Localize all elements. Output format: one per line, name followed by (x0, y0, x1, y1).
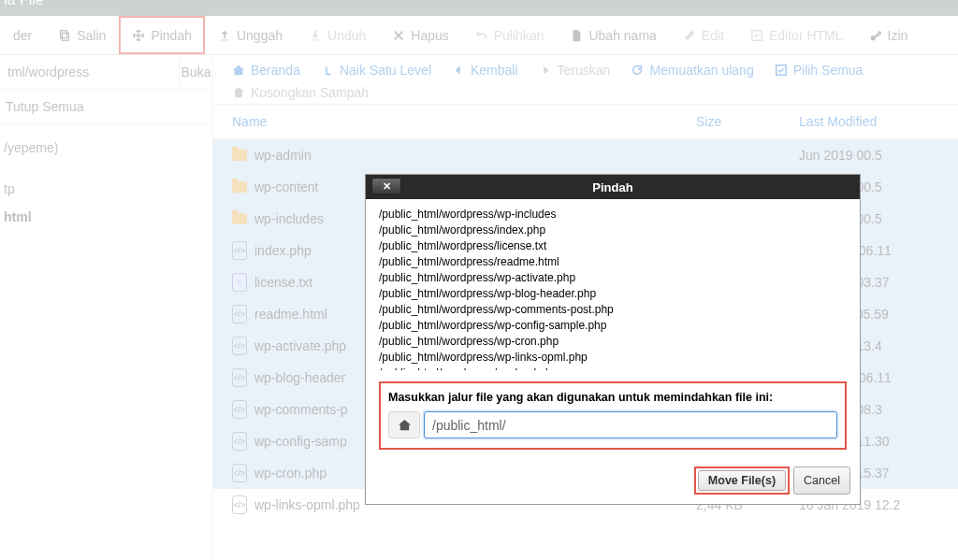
select-all-button[interactable]: Pilih Semua (775, 63, 864, 78)
restore-button[interactable]: Pulihkan (462, 16, 558, 54)
copy-icon (58, 29, 71, 42)
key-icon (869, 29, 882, 42)
trash-icon (232, 86, 245, 99)
move-files-button[interactable]: Move File(s) (698, 470, 786, 491)
cancel-button[interactable]: Cancel (793, 467, 850, 495)
code-file-icon: </> (232, 368, 247, 387)
copy-button[interactable]: Salin (45, 16, 119, 54)
dialog-title: ✕ Pindah (366, 175, 860, 199)
table-header: Name Size Last Modified (213, 105, 958, 139)
reload-button[interactable]: Memuatkan ulang (631, 63, 753, 78)
move-icon (132, 29, 145, 42)
home-icon (398, 418, 412, 432)
window-title: la File (0, 0, 958, 16)
html-editor-button[interactable]: Editor HTML (737, 16, 856, 54)
svg-rect-1 (61, 30, 67, 37)
edit-button[interactable]: Edit (670, 16, 737, 54)
tree-item[interactable]: tp (4, 175, 209, 203)
go-button[interactable]: Buka (179, 55, 212, 89)
download-button[interactable]: Unduh (296, 16, 379, 54)
code-file-icon: </> (232, 495, 247, 514)
col-size[interactable]: Size (696, 114, 799, 129)
code-file-icon: </> (232, 432, 247, 451)
move-button-wrap: Move File(s) (694, 467, 790, 495)
move-dialog: ✕ Pindah /public_html/wordpress/wp-inclu… (365, 174, 861, 505)
nav-toolbar: Beranda Naik Satu Level Kembali Teruskan… (213, 55, 958, 105)
back-button[interactable]: Kembali (452, 63, 518, 78)
check-icon (775, 64, 788, 77)
path-prompt: Masukkan jalur file yang akan digunakan … (379, 381, 847, 450)
code-file-icon: </> (232, 241, 247, 260)
up-level-button[interactable]: Naik Satu Level (321, 63, 431, 78)
permissions-button[interactable]: Izin (856, 16, 922, 54)
folder-icon (232, 213, 247, 224)
file-name: wp-admin (254, 148, 696, 163)
empty-trash-button[interactable]: Kosongkan Sampah (232, 85, 947, 100)
collapse-all-button[interactable]: Tutup Semua (0, 90, 212, 124)
code-file-icon: </> (232, 337, 247, 355)
new-folder-button[interactable]: der (0, 16, 45, 54)
arrow-right-icon (539, 64, 552, 77)
reload-icon (631, 64, 644, 77)
close-button[interactable]: ✕ (371, 178, 401, 194)
prompt-label: Masukkan jalur file yang akan digunakan … (388, 391, 837, 404)
home-path-button[interactable] (388, 411, 420, 438)
code-file-icon: </> (232, 305, 247, 323)
code-file-icon: </> (232, 464, 247, 482)
tree-item[interactable]: html (4, 203, 209, 231)
pencil-icon (683, 29, 696, 42)
arrow-left-icon (452, 64, 465, 77)
edit-box-icon (750, 29, 763, 42)
x-icon (392, 29, 405, 42)
home-icon (232, 64, 245, 77)
dialog-path-list: /public_html/wordpress/wp-includes /publ… (379, 207, 847, 370)
svg-rect-0 (63, 33, 69, 40)
file-icon (570, 29, 583, 42)
destination-path-input[interactable] (424, 411, 837, 438)
upload-icon (218, 29, 231, 42)
move-button[interactable]: Pindah (119, 16, 205, 54)
table-row[interactable]: wp-adminJun 2019 00.5 (213, 139, 958, 171)
folder-icon (232, 150, 247, 161)
level-up-icon (321, 64, 334, 77)
undo-icon (475, 29, 488, 42)
text-file-icon: ≡ (232, 273, 247, 292)
col-name[interactable]: Name (232, 114, 696, 129)
download-icon (309, 29, 322, 42)
folder-icon (232, 181, 247, 193)
file-modified: Jun 2019 00.5 (799, 148, 939, 163)
upload-button[interactable]: Unggah (205, 16, 296, 54)
code-file-icon: </> (232, 400, 247, 419)
rename-button[interactable]: Ubah nama (557, 16, 669, 54)
path-input[interactable] (0, 55, 179, 89)
tree-item[interactable]: /yepeme) (4, 134, 209, 162)
col-modified[interactable]: Last Modified (799, 114, 939, 129)
forward-button[interactable]: Teruskan (539, 63, 611, 78)
delete-button[interactable]: Hapus (379, 16, 461, 54)
home-button[interactable]: Beranda (232, 63, 300, 78)
folder-tree[interactable]: /yepeme) tp html (0, 124, 212, 240)
main-toolbar: der Salin Pindah Unggah Unduh Hapus Puli… (0, 16, 958, 55)
sidebar: Buka Tutup Semua /yepeme) tp html (0, 55, 213, 560)
